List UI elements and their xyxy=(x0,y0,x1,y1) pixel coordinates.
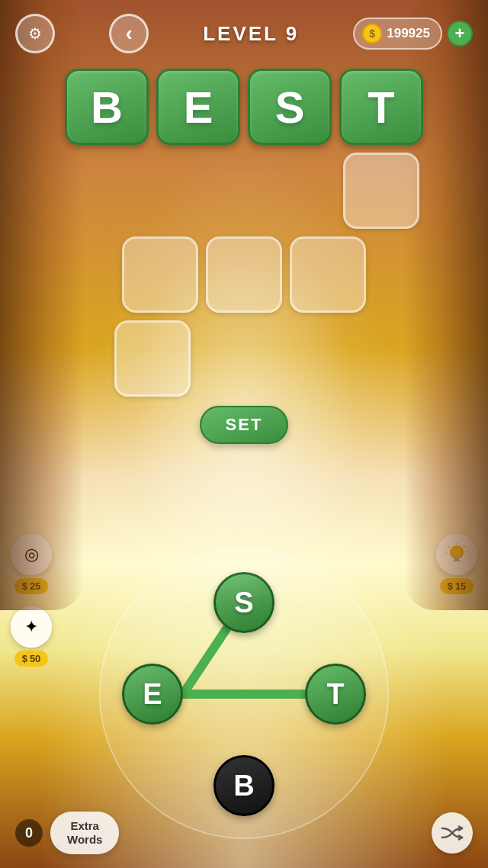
tile-T: T xyxy=(339,69,423,145)
tile-empty-3-3 xyxy=(290,236,366,313)
level-title: LEVEL 9 xyxy=(203,22,299,46)
tile-E: E xyxy=(156,69,240,145)
coin-amount: 199925 xyxy=(387,26,430,41)
coin-display: $ 199925 xyxy=(353,18,442,50)
tile-row-3 xyxy=(122,236,366,313)
coin-icon: $ xyxy=(362,24,382,43)
tile-row-4 xyxy=(114,320,374,397)
header: ⚙ ‹ LEVEL 9 $ 199925 + xyxy=(0,0,488,61)
tile-empty-4-1 xyxy=(114,320,191,397)
tiles-area: B E S T xyxy=(65,69,423,397)
settings-button[interactable]: ⚙ xyxy=(15,14,55,53)
set-badge: SET xyxy=(200,406,289,444)
tile-S: S xyxy=(248,69,332,145)
tile-empty-3-2 xyxy=(206,236,282,313)
tile-row-1: B E S T xyxy=(65,69,423,145)
tile-empty-2-1 xyxy=(343,153,419,229)
tile-B: B xyxy=(65,69,149,145)
add-coins-button[interactable]: + xyxy=(447,21,473,47)
coin-area: $ 199925 + xyxy=(353,18,473,50)
tile-row-2 xyxy=(69,153,419,229)
back-button[interactable]: ‹ xyxy=(109,14,149,53)
tile-empty-3-1 xyxy=(122,236,198,313)
